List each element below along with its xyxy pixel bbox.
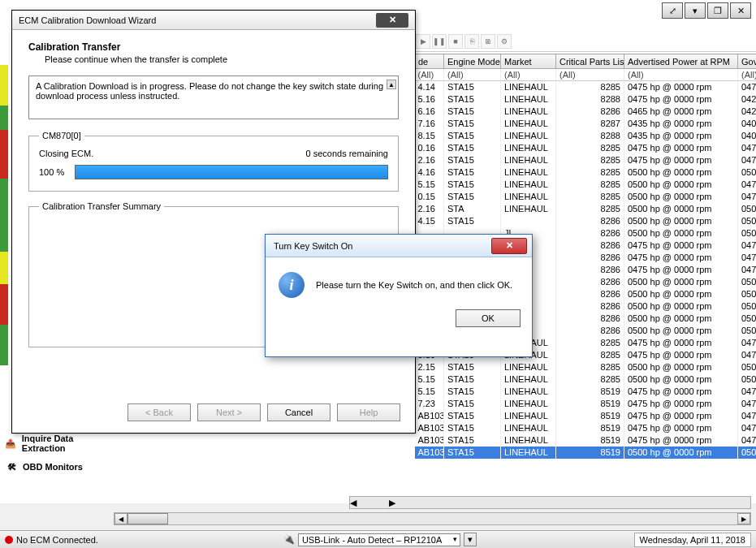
ok-button[interactable]: OK xyxy=(456,309,521,327)
scroll-left-icon[interactable]: ◀ xyxy=(350,498,356,508)
table-row[interactable]: 4.14STA15LINEHAUL82850475 hp @ 0000 rpm0… xyxy=(415,81,757,93)
table-row[interactable]: 5.15STA15LINEHAUL82850500 hp @ 0000 rpm0… xyxy=(415,373,757,386)
side-nav: 📤 Inquire Data Extraction 🛠 OBD Monitors xyxy=(2,430,115,477)
help-button[interactable]: Help xyxy=(337,403,400,421)
back-button[interactable]: < Back xyxy=(127,403,191,421)
scroll-right-icon[interactable]: ▶ xyxy=(389,498,395,508)
warning-text: A Calibration Download is in progress. P… xyxy=(36,81,383,101)
col-de[interactable]: de xyxy=(415,54,444,69)
dialog-titlebar[interactable]: Turn Key Switch On ✕ xyxy=(266,235,532,257)
close-icon[interactable]: ✕ xyxy=(491,238,527,254)
wizard-heading: Calibration Transfer xyxy=(28,41,399,53)
dropdown-icon[interactable]: ▾ xyxy=(685,2,706,19)
info-icon: i xyxy=(279,272,305,298)
left-color-strip xyxy=(0,65,8,430)
table-row[interactable]: 5.15STA15LINEHAUL82850500 hp @ 0000 rpm0… xyxy=(415,179,757,191)
extract-icon: 📤 xyxy=(3,436,19,451)
percent-label: 100 % xyxy=(39,167,68,177)
table-filter-row[interactable]: (All) (All) (All) (All) (All) (All) xyxy=(415,69,757,81)
copy-icon[interactable]: ⎘ xyxy=(464,34,479,49)
ecm-status: No ECM Connected. xyxy=(5,535,98,545)
table-row[interactable]: 0.16STA15LINEHAUL82850475 hp @ 0000 rpm0… xyxy=(415,142,757,154)
wizard-titlebar[interactable]: ECM Calibration Download Wizard ✕ xyxy=(12,11,415,30)
expand-icon[interactable]: ⤢ xyxy=(662,2,683,19)
table-row[interactable]: 4.16STA15LINEHAUL82850500 hp @ 0000 rpm0… xyxy=(415,166,757,179)
nav-label: OBD Monitors xyxy=(23,462,83,472)
next-button[interactable]: Next > xyxy=(197,403,261,421)
toolbar: ▶ ❚❚ ■ ⎘ 🗎 ⚙ xyxy=(414,31,756,52)
config-icon[interactable]: ⚙ xyxy=(497,34,512,49)
wizard-buttons: < Back Next > Cancel Help xyxy=(127,403,400,421)
ecm-status-text: No ECM Connected. xyxy=(16,535,98,545)
col-gover[interactable]: Gover xyxy=(738,54,757,69)
obd-icon: 🛠 xyxy=(3,460,19,474)
dialog-title: Turn Key Switch On xyxy=(274,241,352,251)
table-row[interactable]: AB10339.23STA15LINEHAUL85190475 hp @ 000… xyxy=(415,422,757,434)
table-header-row[interactable]: de Engine Model Market Critical Parts Li… xyxy=(415,54,757,69)
adapter-dropdown[interactable]: USB-Link - Auto Detect – RP1210A xyxy=(298,533,460,546)
wizard-title: ECM Calibration Download Wizard xyxy=(19,15,156,25)
warning-textbox: A Calibration Download is in progress. P… xyxy=(28,76,399,119)
dialog-message: Please turn the Key Switch on, and then … xyxy=(316,280,512,290)
nav-obd-monitors[interactable]: 🛠 OBD Monitors xyxy=(2,456,115,477)
play-icon[interactable]: ▶ xyxy=(416,34,430,49)
col-cpl[interactable]: Critical Parts List xyxy=(556,54,624,69)
cancel-button[interactable]: Cancel xyxy=(267,403,330,421)
table-row[interactable]: 5.16STA15LINEHAUL82880475 hp @ 0000 rpm0… xyxy=(415,93,757,106)
scroll-right-icon[interactable]: ▶ xyxy=(737,513,750,524)
table-row[interactable]: 6.16STA15LINEHAUL82860465 hp @ 0000 rpm0… xyxy=(415,106,757,118)
link-segment: 🔌 USB-Link - Auto Detect – RP1210A ▾ xyxy=(283,533,477,546)
ecm-wizard-window: ECM Calibration Download Wizard ✕ Calibr… xyxy=(11,10,416,434)
table-row[interactable]: 4.15STA1582860500 hp @ 0000 rpm0500 l xyxy=(415,215,757,227)
table-row[interactable]: AB10340.23STA15LINEHAUL85190475 hp @ 000… xyxy=(415,434,757,447)
progress-group: CM870[0] Closing ECM. 0 seconds remainin… xyxy=(28,131,399,192)
chevron-down-icon[interactable]: ▾ xyxy=(464,533,477,546)
window-controls: ⤢ ▾ ❐ ✕ xyxy=(662,2,751,19)
grid-hscroll[interactable]: ◀ ▶ xyxy=(349,496,751,509)
table-row[interactable]: AB10342.23STA15LINEHAUL85190500 hp @ 000… xyxy=(415,459,757,460)
status-bar: No ECM Connected. 🔌 USB-Link - Auto Dete… xyxy=(0,530,756,548)
table-row[interactable]: AB10338.23STA15LINEHAUL85190475 hp @ 000… xyxy=(415,410,757,422)
status-dot-icon xyxy=(5,536,13,544)
col-engine-model[interactable]: Engine Model xyxy=(444,54,501,69)
table-row[interactable]: 5.15STA15LINEHAUL85190475 hp @ 0000 rpm0… xyxy=(415,386,757,398)
summary-legend: Calibration Transfer Summary xyxy=(39,201,164,211)
table-row[interactable]: 7.16STA15LINEHAUL82870435 hp @ 0000 rpm0… xyxy=(415,118,757,130)
col-power[interactable]: Advertised Power at RPM xyxy=(624,54,738,69)
bottom-hscroll[interactable]: ◀ ▶ xyxy=(114,512,751,525)
table-row[interactable]: 2.16STALINEHAUL82850500 hp @ 0000 rpm050… xyxy=(415,203,757,215)
progress-bar: 100 % xyxy=(39,165,388,179)
key-switch-dialog: Turn Key Switch On ✕ i Please turn the K… xyxy=(265,234,533,357)
usb-icon: 🔌 xyxy=(283,534,295,545)
table-row[interactable]: 2.16STA15LINEHAUL82850475 hp @ 0000 rpm0… xyxy=(415,154,757,166)
stop-icon[interactable]: ■ xyxy=(448,34,463,49)
progress-legend: CM870[0] xyxy=(39,131,84,140)
date-display: Wednesday, April 11, 2018 xyxy=(634,533,751,547)
table-row[interactable]: 0.15STA15LINEHAUL82850500 hp @ 0000 rpm0… xyxy=(415,191,757,203)
doc-icon[interactable]: 🗎 xyxy=(481,34,495,49)
close-icon[interactable]: ✕ xyxy=(730,2,751,19)
col-market[interactable]: Market xyxy=(501,54,556,69)
remaining-text: 0 seconds remaining xyxy=(305,149,388,158)
nav-label: Inquire Data Extraction xyxy=(22,434,114,453)
wizard-subtitle: Please continue when the transfer is com… xyxy=(45,54,399,64)
maximize-icon[interactable]: ❐ xyxy=(707,2,728,19)
table-row[interactable]: 8.15STA15LINEHAUL82880435 hp @ 0000 rpm0… xyxy=(415,130,757,142)
table-row[interactable]: 7.23STA15LINEHAUL85190475 hp @ 0000 rpm0… xyxy=(415,398,757,410)
status-text: Closing ECM. xyxy=(39,149,93,158)
table-row[interactable]: 2.15STA15LINEHAUL82850500 hp @ 0000 rpm0… xyxy=(415,361,757,373)
nav-inquire-data[interactable]: 📤 Inquire Data Extraction xyxy=(2,430,115,456)
close-icon[interactable]: ✕ xyxy=(376,13,408,28)
table-row[interactable]: AB10341.23STA15LINEHAUL85190500 hp @ 000… xyxy=(415,447,757,459)
scroll-up-icon[interactable]: ▲ xyxy=(387,80,396,89)
pause-icon[interactable]: ❚❚ xyxy=(432,34,447,49)
scroll-left-icon[interactable]: ◀ xyxy=(114,513,127,524)
